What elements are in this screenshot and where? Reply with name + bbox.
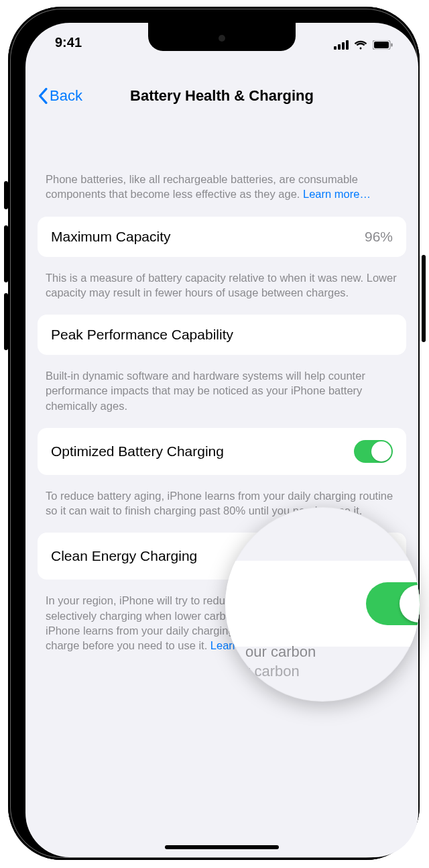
max-capacity-label: Maximum Capacity <box>51 229 171 245</box>
magnifier-callout: our carbon r carbon <box>225 507 420 702</box>
intro-learn-more-link[interactable]: Learn more… <box>303 188 371 200</box>
status-icons <box>334 38 393 47</box>
status-time: 9:41 <box>55 35 82 50</box>
chevron-left-icon <box>38 88 48 104</box>
back-label: Back <box>50 87 82 105</box>
home-indicator[interactable] <box>165 845 279 849</box>
magnifier-text: our carbon r carbon <box>245 643 316 681</box>
wifi-icon <box>354 38 367 47</box>
max-capacity-value: 96% <box>365 229 393 245</box>
intro-description: Phone batteries, like all rechargeable b… <box>25 119 418 207</box>
status-bar: 9:41 <box>25 23 418 62</box>
svg-rect-5 <box>374 42 389 48</box>
optimized-charging-cell: Optimized Battery Charging <box>38 428 406 475</box>
max-capacity-description: This is a measure of battery capacity re… <box>25 261 418 306</box>
back-button[interactable]: Back <box>34 85 86 107</box>
peak-performance-cell[interactable]: Peak Performance Capability <box>38 315 406 355</box>
phone-frame: 9:41 Back Battery Health & Charging <box>8 7 420 860</box>
max-capacity-cell[interactable]: Maximum Capacity 96% <box>38 217 406 257</box>
peak-performance-description: Built-in dynamic software and hardware s… <box>25 359 418 419</box>
svg-rect-6 <box>391 44 393 47</box>
optimized-charging-label: Optimized Battery Charging <box>51 443 224 459</box>
nav-bar: Back Battery Health & Charging <box>25 85 418 117</box>
cellular-signal-icon <box>334 38 349 47</box>
magnifier-cell <box>225 561 420 647</box>
clean-energy-label: Clean Energy Charging <box>51 548 197 564</box>
content: Phone batteries, like all rechargeable b… <box>25 119 418 857</box>
peak-performance-label: Peak Performance Capability <box>51 327 233 343</box>
svg-rect-2 <box>342 42 345 50</box>
svg-rect-0 <box>334 46 336 50</box>
power-button <box>422 255 426 342</box>
optimized-charging-toggle[interactable] <box>354 440 393 463</box>
magnifier-toggle <box>366 582 420 625</box>
battery-icon <box>373 38 393 47</box>
svg-rect-1 <box>338 44 341 50</box>
svg-rect-3 <box>346 40 349 50</box>
screen: 9:41 Back Battery Health & Charging <box>25 23 418 857</box>
